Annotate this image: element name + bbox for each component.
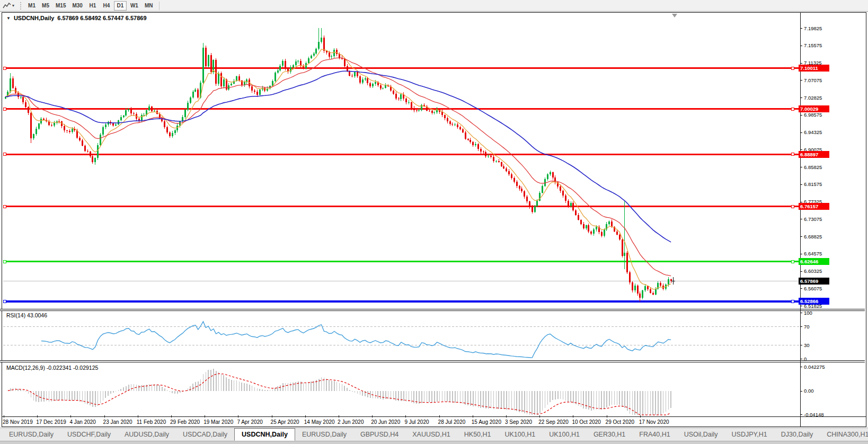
price-axis-tick[interactable]: 6.81575 <box>804 181 822 187</box>
chart-tab-usdcad-daily[interactable]: USDCAD,Daily <box>176 428 234 441</box>
toolbar-separator <box>159 2 160 10</box>
timeframe-button-m30[interactable]: M30 <box>69 1 85 11</box>
chart-tab-usdchf-daily[interactable]: USDCHF,Daily <box>60 428 118 441</box>
time-axis-date-label[interactable]: 14 May 2020 <box>304 419 335 425</box>
price-axis-tick-mark <box>800 132 802 133</box>
time-axis-date-label[interactable]: 28 Jul 2020 <box>438 419 466 425</box>
time-axis-date-label[interactable]: 20 Jun 2020 <box>371 419 400 425</box>
time-axis-date-label[interactable]: 10 Oct 2020 <box>572 419 600 425</box>
time-axis-line <box>2 416 866 417</box>
price-axis-line <box>800 13 801 427</box>
toolbar-grip[interactable] <box>20 2 22 10</box>
rsi-axis-tick[interactable]: 0 <box>804 356 807 362</box>
price-axis-tick[interactable]: 7.02825 <box>804 95 822 101</box>
rsi-axis-tick[interactable]: 30 <box>804 342 810 348</box>
timeframe-button-h1[interactable]: H1 <box>86 1 99 11</box>
chart-tab-china300-h1[interactable]: CHINA300,H1 <box>820 428 868 441</box>
time-axis-date-label[interactable]: 25 Apr 2020 <box>271 419 299 425</box>
time-axis-date-label[interactable]: 3 Sep 2020 <box>505 419 532 425</box>
pane-separator-macd[interactable] <box>0 360 865 362</box>
chart-tab-uk100-h1[interactable]: UK100,H1 <box>498 428 543 441</box>
time-axis-date-label[interactable]: 28 Nov 2019 <box>3 419 33 425</box>
price-axis-tick-mark <box>800 167 802 167</box>
chart-tab-dj30-daily[interactable]: DJ30,Daily <box>774 428 820 441</box>
time-axis-date-label[interactable]: 4 Jan 2020 <box>69 419 96 425</box>
chart-tab-usdjpy-h1[interactable]: USDJPY,H1 <box>725 428 774 441</box>
chart-tools-button[interactable]: ▾ <box>1 1 16 11</box>
hline-price-label-6.52866: 6.52866 <box>799 298 829 305</box>
price-axis-tick-mark <box>800 63 802 64</box>
price-axis-tick[interactable]: 6.85825 <box>804 164 822 170</box>
macd-axis-tick[interactable]: -0.04148 <box>804 412 824 418</box>
time-axis-tick-mark <box>372 415 373 418</box>
chart-tab-fra40-h1[interactable]: FRA40,H1 <box>632 428 677 441</box>
macd-axis-tick[interactable]: 0.00 <box>804 388 814 394</box>
time-axis-tick-mark <box>607 415 607 418</box>
macd-pane-label: MACD(12,26,9) -0.022341 -0.029125 <box>6 365 98 371</box>
price-axis-tick[interactable]: 6.60325 <box>804 268 822 274</box>
chart-shift-triangle-icon[interactable] <box>672 14 677 17</box>
hline-price-label-6.88897: 6.88897 <box>799 151 829 158</box>
time-axis-date-label[interactable]: 11 Feb 2020 <box>137 419 166 425</box>
timeframe-button-m5[interactable]: M5 <box>39 1 52 11</box>
timeframe-button-h4[interactable]: H4 <box>100 1 113 11</box>
time-axis-date-label[interactable]: 29 Oct 2020 <box>606 419 634 425</box>
rsi-axis-tick-mark <box>800 359 802 359</box>
timeframe-button-m1[interactable]: M1 <box>25 1 38 11</box>
time-axis-date-label[interactable]: 19 Mar 2020 <box>203 419 233 425</box>
price-axis-tick[interactable]: 6.68825 <box>804 234 822 239</box>
chart-title-symbol: USDCNH,Daily <box>14 15 54 21</box>
timeframe-button-mn[interactable]: MN <box>142 1 156 11</box>
price-axis-tick-mark <box>800 97 802 98</box>
chart-tab-hk50-h1[interactable]: HK50,H1 <box>457 428 498 441</box>
time-axis-date-label[interactable]: 17 Nov 2020 <box>639 419 669 425</box>
rsi-axis-tick-mark <box>800 326 802 327</box>
time-axis-date-label[interactable]: 17 Dec 2019 <box>36 419 66 425</box>
time-axis-date-label[interactable]: 23 Jan 2020 <box>103 419 132 425</box>
chart-tab-ger30-h1[interactable]: GER30,H1 <box>587 428 632 441</box>
time-axis-date-label[interactable]: 9 Jul 2020 <box>404 419 429 425</box>
chart-tab-usdcnh-daily[interactable]: USDCNH,Daily <box>234 428 295 441</box>
mt4-terminal-window: ▾ M1M5M15M30H1H4D1W1MN ▼ USDCNH,Daily 6.… <box>0 0 868 444</box>
price-axis-tick-mark <box>800 306 802 306</box>
macd-axis-tick[interactable]: 0.042275 <box>804 364 825 370</box>
chart-tab-usoil-daily[interactable]: USOil,Daily <box>677 428 725 441</box>
price-axis-tick-mark <box>800 271 802 272</box>
price-axis-tick-mark <box>800 219 802 219</box>
price-axis-tick[interactable]: 7.07075 <box>804 77 822 83</box>
price-axis-tick[interactable]: 6.64575 <box>804 251 822 256</box>
time-axis-date-label[interactable]: 29 Feb 2020 <box>170 419 200 425</box>
chart-tab-audusd-daily[interactable]: AUDUSD,Daily <box>118 428 176 441</box>
chart-tab-xauusd-h1[interactable]: XAUUSD,H1 <box>405 428 457 441</box>
chart-tab-uk100-h1[interactable]: UK100,H1 <box>542 428 587 441</box>
macd-axis-tick-mark <box>800 391 802 392</box>
timeframe-button-d1[interactable]: D1 <box>114 1 127 11</box>
price-axis-tick[interactable]: 7.15575 <box>804 42 822 48</box>
price-axis-tick[interactable]: 6.73075 <box>804 216 822 222</box>
chart-tab-gbpusd-h4[interactable]: GBPUSD,H4 <box>353 428 405 441</box>
timeframe-button-m15[interactable]: M15 <box>53 1 68 11</box>
time-axis-tick-mark <box>104 415 105 418</box>
time-axis-date-label[interactable]: 2 Jun 2020 <box>338 419 364 425</box>
chart-window: ▼ USDCNH,Daily 6.57869 6.58492 6.57447 6… <box>2 12 866 427</box>
time-axis-tick-mark <box>37 415 38 418</box>
pane-separator-rsi[interactable] <box>0 309 865 311</box>
rsi-axis-tick[interactable]: 100 <box>804 310 812 316</box>
time-axis-date-label[interactable]: 7 Apr 2020 <box>237 419 262 425</box>
current-price-label: 6.57869 <box>799 278 829 285</box>
chart-tab-eurusd-daily[interactable]: EURUSD,Daily <box>2 428 60 441</box>
rsi-axis-tick[interactable]: 70 <box>804 324 810 330</box>
price-axis-tick[interactable]: 6.94325 <box>804 129 822 135</box>
window-menu-caret-icon[interactable]: ▼ <box>6 16 11 21</box>
time-axis-tick-mark <box>439 415 440 418</box>
time-axis-date-label[interactable]: 15 Aug 2020 <box>472 419 501 425</box>
time-axis-tick-mark <box>238 415 238 418</box>
price-axis-tick-mark <box>800 254 802 254</box>
price-axis-tick[interactable]: 6.56075 <box>804 286 822 291</box>
chart-tab-eurusd-daily[interactable]: EURUSD,Daily <box>295 428 353 441</box>
price-axis-tick[interactable]: 6.98575 <box>804 112 822 118</box>
time-axis-date-label[interactable]: 22 Sep 2020 <box>538 419 569 425</box>
price-axis-tick[interactable]: 7.19825 <box>804 25 822 31</box>
macd-axis-tick-mark <box>800 367 802 367</box>
timeframe-button-w1[interactable]: W1 <box>128 1 141 11</box>
